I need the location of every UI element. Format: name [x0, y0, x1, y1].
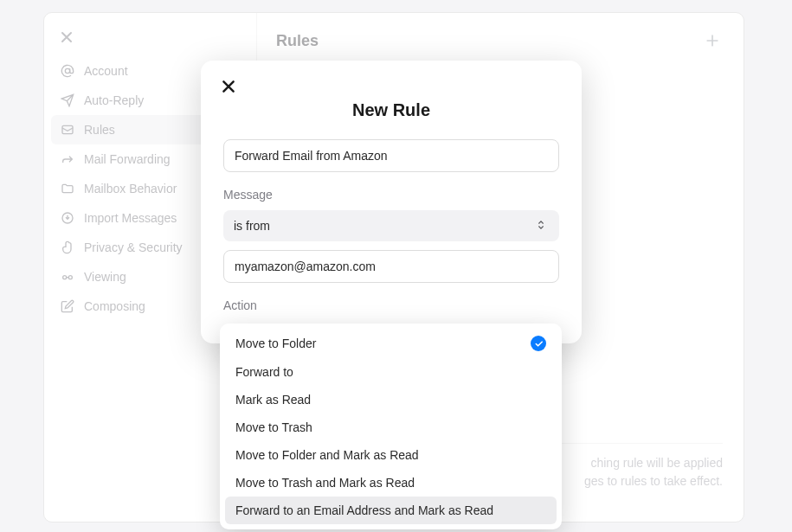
dropdown-option-label: Move to Folder and Mark as Read	[235, 448, 419, 462]
dropdown-option-move-to-folder[interactable]: Move to Folder	[225, 329, 557, 358]
dropdown-option-label: Forward to	[235, 365, 293, 379]
action-dropdown: Move to Folder Forward to Mark as Read M…	[220, 324, 562, 529]
condition-select-value: is from	[234, 219, 270, 233]
dropdown-option-label: Move to Trash and Mark as Read	[235, 476, 415, 490]
close-modal-button[interactable]	[218, 76, 239, 97]
dropdown-option-label: Move to Folder	[235, 337, 316, 350]
dropdown-option-label: Mark as Read	[235, 393, 311, 407]
modal-title: New Rule	[223, 100, 559, 120]
dropdown-option-forward-email-read[interactable]: Forward to an Email Address and Mark as …	[225, 497, 557, 524]
rule-name-input[interactable]	[223, 139, 559, 172]
condition-select[interactable]: is from	[223, 210, 559, 241]
new-rule-modal: New Rule Message is from Action	[201, 61, 582, 343]
checkmark-icon	[531, 336, 546, 351]
dropdown-option-forward-to[interactable]: Forward to	[225, 358, 557, 386]
dropdown-option-mark-as-read[interactable]: Mark as Read	[225, 386, 557, 413]
condition-value-input[interactable]	[223, 250, 559, 283]
chevrons-updown-icon	[535, 219, 549, 233]
action-label: Action	[223, 298, 559, 312]
dropdown-option-label: Forward to an Email Address and Mark as …	[235, 503, 493, 517]
dropdown-option-label: Move to Trash	[235, 420, 312, 434]
dropdown-option-move-trash-read[interactable]: Move to Trash and Mark as Read	[225, 469, 557, 497]
dropdown-option-move-folder-read[interactable]: Move to Folder and Mark as Read	[225, 441, 557, 469]
message-label: Message	[223, 188, 559, 202]
dropdown-option-move-to-trash[interactable]: Move to Trash	[225, 413, 557, 441]
